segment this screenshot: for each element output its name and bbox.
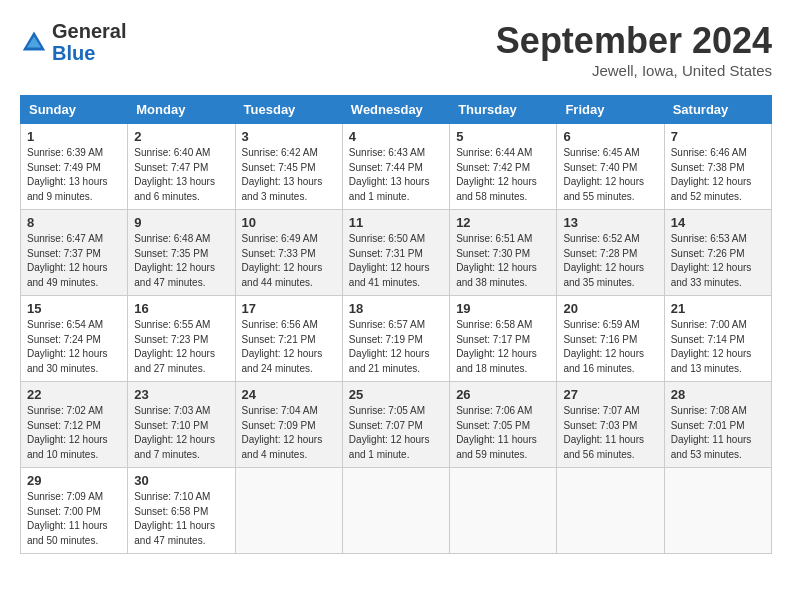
sunset-label: Sunset: 7:31 PM bbox=[349, 248, 423, 259]
sunrise-label: Sunrise: 6:39 AM bbox=[27, 147, 103, 158]
calendar-cell: 22 Sunrise: 7:02 AM Sunset: 7:12 PM Dayl… bbox=[21, 382, 128, 468]
daylight-label: Daylight: 12 hours and 4 minutes. bbox=[242, 434, 323, 460]
sunset-label: Sunset: 7:33 PM bbox=[242, 248, 316, 259]
day-number: 25 bbox=[349, 387, 443, 402]
month-year-title: September 2024 bbox=[496, 20, 772, 62]
daylight-label: Daylight: 12 hours and 30 minutes. bbox=[27, 348, 108, 374]
logo: General Blue bbox=[20, 20, 126, 64]
sunset-label: Sunset: 7:49 PM bbox=[27, 162, 101, 173]
sunrise-label: Sunrise: 6:47 AM bbox=[27, 233, 103, 244]
sunrise-label: Sunrise: 7:08 AM bbox=[671, 405, 747, 416]
day-number: 24 bbox=[242, 387, 336, 402]
day-info: Sunrise: 6:45 AM Sunset: 7:40 PM Dayligh… bbox=[563, 146, 657, 204]
day-info: Sunrise: 7:08 AM Sunset: 7:01 PM Dayligh… bbox=[671, 404, 765, 462]
daylight-label: Daylight: 13 hours and 6 minutes. bbox=[134, 176, 215, 202]
sunset-label: Sunset: 7:05 PM bbox=[456, 420, 530, 431]
day-number: 19 bbox=[456, 301, 550, 316]
daylight-label: Daylight: 12 hours and 44 minutes. bbox=[242, 262, 323, 288]
location-label: Jewell, Iowa, United States bbox=[496, 62, 772, 79]
day-info: Sunrise: 6:58 AM Sunset: 7:17 PM Dayligh… bbox=[456, 318, 550, 376]
sunrise-label: Sunrise: 6:46 AM bbox=[671, 147, 747, 158]
col-header-sunday: Sunday bbox=[21, 96, 128, 124]
day-info: Sunrise: 7:05 AM Sunset: 7:07 PM Dayligh… bbox=[349, 404, 443, 462]
daylight-label: Daylight: 13 hours and 3 minutes. bbox=[242, 176, 323, 202]
daylight-label: Daylight: 12 hours and 33 minutes. bbox=[671, 262, 752, 288]
daylight-label: Daylight: 12 hours and 7 minutes. bbox=[134, 434, 215, 460]
day-number: 22 bbox=[27, 387, 121, 402]
sunrise-label: Sunrise: 7:05 AM bbox=[349, 405, 425, 416]
sunset-label: Sunset: 7:17 PM bbox=[456, 334, 530, 345]
sunrise-label: Sunrise: 6:44 AM bbox=[456, 147, 532, 158]
day-number: 8 bbox=[27, 215, 121, 230]
day-info: Sunrise: 7:00 AM Sunset: 7:14 PM Dayligh… bbox=[671, 318, 765, 376]
day-info: Sunrise: 6:48 AM Sunset: 7:35 PM Dayligh… bbox=[134, 232, 228, 290]
day-number: 11 bbox=[349, 215, 443, 230]
day-number: 2 bbox=[134, 129, 228, 144]
calendar-cell: 5 Sunrise: 6:44 AM Sunset: 7:42 PM Dayli… bbox=[450, 124, 557, 210]
day-number: 4 bbox=[349, 129, 443, 144]
calendar-cell: 30 Sunrise: 7:10 AM Sunset: 6:58 PM Dayl… bbox=[128, 468, 235, 554]
logo-icon bbox=[20, 28, 48, 56]
sunrise-label: Sunrise: 7:07 AM bbox=[563, 405, 639, 416]
day-info: Sunrise: 7:06 AM Sunset: 7:05 PM Dayligh… bbox=[456, 404, 550, 462]
daylight-label: Daylight: 12 hours and 52 minutes. bbox=[671, 176, 752, 202]
sunset-label: Sunset: 7:45 PM bbox=[242, 162, 316, 173]
day-info: Sunrise: 6:43 AM Sunset: 7:44 PM Dayligh… bbox=[349, 146, 443, 204]
calendar-cell: 21 Sunrise: 7:00 AM Sunset: 7:14 PM Dayl… bbox=[664, 296, 771, 382]
calendar-cell: 16 Sunrise: 6:55 AM Sunset: 7:23 PM Dayl… bbox=[128, 296, 235, 382]
calendar-cell: 19 Sunrise: 6:58 AM Sunset: 7:17 PM Dayl… bbox=[450, 296, 557, 382]
sunset-label: Sunset: 7:30 PM bbox=[456, 248, 530, 259]
sunrise-label: Sunrise: 7:10 AM bbox=[134, 491, 210, 502]
sunrise-label: Sunrise: 6:43 AM bbox=[349, 147, 425, 158]
sunset-label: Sunset: 7:44 PM bbox=[349, 162, 423, 173]
day-info: Sunrise: 6:46 AM Sunset: 7:38 PM Dayligh… bbox=[671, 146, 765, 204]
calendar-cell bbox=[664, 468, 771, 554]
sunset-label: Sunset: 7:38 PM bbox=[671, 162, 745, 173]
day-info: Sunrise: 6:56 AM Sunset: 7:21 PM Dayligh… bbox=[242, 318, 336, 376]
day-number: 15 bbox=[27, 301, 121, 316]
calendar-cell: 7 Sunrise: 6:46 AM Sunset: 7:38 PM Dayli… bbox=[664, 124, 771, 210]
day-info: Sunrise: 6:53 AM Sunset: 7:26 PM Dayligh… bbox=[671, 232, 765, 290]
day-number: 5 bbox=[456, 129, 550, 144]
calendar-cell bbox=[235, 468, 342, 554]
sunrise-label: Sunrise: 6:55 AM bbox=[134, 319, 210, 330]
calendar-cell: 18 Sunrise: 6:57 AM Sunset: 7:19 PM Dayl… bbox=[342, 296, 449, 382]
day-number: 16 bbox=[134, 301, 228, 316]
daylight-label: Daylight: 12 hours and 16 minutes. bbox=[563, 348, 644, 374]
col-header-tuesday: Tuesday bbox=[235, 96, 342, 124]
day-info: Sunrise: 6:50 AM Sunset: 7:31 PM Dayligh… bbox=[349, 232, 443, 290]
calendar-cell: 25 Sunrise: 7:05 AM Sunset: 7:07 PM Dayl… bbox=[342, 382, 449, 468]
sunset-label: Sunset: 7:07 PM bbox=[349, 420, 423, 431]
day-info: Sunrise: 7:02 AM Sunset: 7:12 PM Dayligh… bbox=[27, 404, 121, 462]
sunset-label: Sunset: 7:03 PM bbox=[563, 420, 637, 431]
calendar-cell: 12 Sunrise: 6:51 AM Sunset: 7:30 PM Dayl… bbox=[450, 210, 557, 296]
sunset-label: Sunset: 7:21 PM bbox=[242, 334, 316, 345]
calendar-cell: 1 Sunrise: 6:39 AM Sunset: 7:49 PM Dayli… bbox=[21, 124, 128, 210]
calendar-week-row: 8 Sunrise: 6:47 AM Sunset: 7:37 PM Dayli… bbox=[21, 210, 772, 296]
day-info: Sunrise: 6:51 AM Sunset: 7:30 PM Dayligh… bbox=[456, 232, 550, 290]
calendar-week-row: 22 Sunrise: 7:02 AM Sunset: 7:12 PM Dayl… bbox=[21, 382, 772, 468]
sunrise-label: Sunrise: 7:06 AM bbox=[456, 405, 532, 416]
sunrise-label: Sunrise: 7:04 AM bbox=[242, 405, 318, 416]
daylight-label: Daylight: 12 hours and 21 minutes. bbox=[349, 348, 430, 374]
daylight-label: Daylight: 12 hours and 24 minutes. bbox=[242, 348, 323, 374]
sunset-label: Sunset: 7:47 PM bbox=[134, 162, 208, 173]
calendar-cell: 4 Sunrise: 6:43 AM Sunset: 7:44 PM Dayli… bbox=[342, 124, 449, 210]
sunset-label: Sunset: 7:16 PM bbox=[563, 334, 637, 345]
sunset-label: Sunset: 7:24 PM bbox=[27, 334, 101, 345]
sunset-label: Sunset: 7:19 PM bbox=[349, 334, 423, 345]
col-header-monday: Monday bbox=[128, 96, 235, 124]
day-info: Sunrise: 6:44 AM Sunset: 7:42 PM Dayligh… bbox=[456, 146, 550, 204]
sunrise-label: Sunrise: 6:58 AM bbox=[456, 319, 532, 330]
calendar-cell: 17 Sunrise: 6:56 AM Sunset: 7:21 PM Dayl… bbox=[235, 296, 342, 382]
day-number: 14 bbox=[671, 215, 765, 230]
col-header-friday: Friday bbox=[557, 96, 664, 124]
calendar-cell bbox=[342, 468, 449, 554]
daylight-label: Daylight: 12 hours and 13 minutes. bbox=[671, 348, 752, 374]
page-header: General Blue September 2024 Jewell, Iowa… bbox=[20, 20, 772, 79]
calendar-cell: 8 Sunrise: 6:47 AM Sunset: 7:37 PM Dayli… bbox=[21, 210, 128, 296]
day-info: Sunrise: 7:07 AM Sunset: 7:03 PM Dayligh… bbox=[563, 404, 657, 462]
daylight-label: Daylight: 12 hours and 55 minutes. bbox=[563, 176, 644, 202]
daylight-label: Daylight: 12 hours and 38 minutes. bbox=[456, 262, 537, 288]
sunrise-label: Sunrise: 6:40 AM bbox=[134, 147, 210, 158]
